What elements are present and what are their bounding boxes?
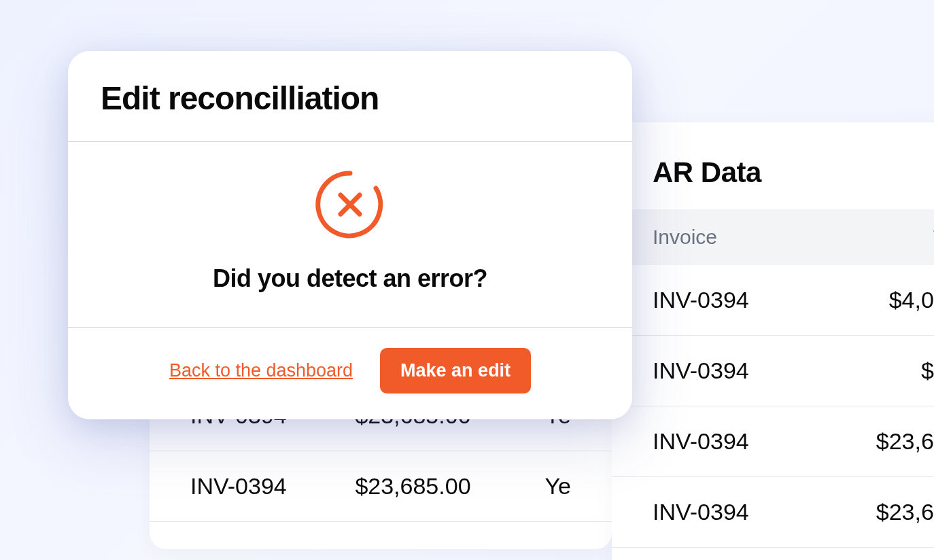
col-trigger: Trigg xyxy=(816,226,934,249)
cell-amount: $23,685.00 xyxy=(355,473,517,500)
panel-title: AR Data xyxy=(612,122,934,209)
make-an-edit-button[interactable]: Make an edit xyxy=(380,348,531,393)
cell-invoice: INV-0394 xyxy=(653,287,816,313)
cell-amount: $23,685.0 xyxy=(843,428,934,455)
cell-amount: $512. xyxy=(843,357,934,384)
cell-extra: Ye xyxy=(545,473,571,500)
col-invoice: Invoice xyxy=(653,226,789,249)
table-row: INV-0394 $23,685.0 xyxy=(612,477,934,548)
modal-header: Edit reconcilliation xyxy=(68,51,632,142)
cell-invoice: INV-0394 xyxy=(190,473,328,500)
table-row: INV-0394 $23,685.0 xyxy=(612,406,934,477)
edit-reconciliation-modal: Edit reconcilliation Did you detect an e… xyxy=(68,51,632,419)
modal-footer: Back to the dashboard Make an edit xyxy=(68,328,632,419)
table-row: INV-0394 $4,043.9 xyxy=(612,265,934,336)
back-to-dashboard-link[interactable]: Back to the dashboard xyxy=(169,360,353,381)
modal-question: Did you detect an error? xyxy=(213,264,487,293)
cell-amount: $4,043.9 xyxy=(843,287,934,313)
cell-invoice: INV-0394 xyxy=(653,357,816,384)
table-row: INV-0394 $23,685.00 Ye xyxy=(150,451,612,522)
table-header: Invoice Trigg xyxy=(612,209,934,265)
cell-invoice: INV-0394 xyxy=(653,499,816,525)
error-icon xyxy=(313,168,387,244)
cell-amount: $23,685.0 xyxy=(843,499,934,525)
cell-invoice: INV-0394 xyxy=(653,428,816,455)
table-row: INV-0394 $512. xyxy=(612,336,934,406)
right-panel: AR Data Invoice Trigg INV-0394 $4,043.9 … xyxy=(612,122,934,560)
modal-body: Did you detect an error? xyxy=(68,142,632,328)
modal-title: Edit reconcilliation xyxy=(101,80,600,117)
